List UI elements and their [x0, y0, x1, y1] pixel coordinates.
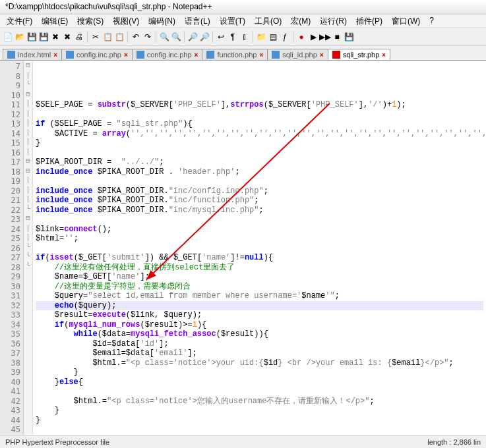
code-line[interactable]: $link=connect();	[36, 225, 483, 235]
fold-margin[interactable]: ⊟|└ ⊟||||||⊟⊟|||└⊟||└└ └	[24, 61, 33, 448]
menu-item[interactable]: 视图(V)	[109, 16, 143, 26]
menu-item[interactable]: 宏(M)	[287, 16, 315, 26]
menu-item[interactable]: 编码(N)	[144, 16, 179, 26]
document-tab[interactable]: sqli_str.php×	[328, 49, 391, 60]
code-line[interactable]: echo($query);	[36, 301, 483, 311]
code-line[interactable]: $SELF_PAGE = substr($_SERVER['PHP_SELF']…	[36, 100, 483, 110]
toolbar-separator	[184, 31, 185, 43]
menu-item[interactable]: 设置(T)	[216, 16, 249, 26]
record-icon[interactable]: ●	[296, 32, 307, 42]
save-all-icon[interactable]: 💾	[38, 32, 49, 42]
tab-close-icon[interactable]: ×	[195, 51, 198, 59]
line-number-gutter: 7891011121314151617181920212223242526272…	[0, 61, 24, 448]
code-line[interactable]: $result=execute($link, $query);	[36, 310, 483, 320]
function-list-icon[interactable]: ƒ	[280, 32, 290, 42]
file-icon	[66, 51, 74, 59]
tab-close-icon[interactable]: ×	[124, 51, 128, 59]
document-tab[interactable]: config.inc.php×	[61, 49, 133, 60]
document-tab[interactable]: index.html×	[3, 49, 62, 60]
stop-icon[interactable]: ■	[332, 32, 342, 42]
indent-guide-icon[interactable]: ⫿	[239, 32, 250, 42]
code-line[interactable]: $email=$data['email'];	[36, 349, 483, 358]
code-line[interactable]: if(mysqli_num_rows($result)>=1){	[36, 320, 483, 330]
code-line[interactable]	[36, 215, 483, 225]
zoom-in-icon[interactable]: 🔎	[187, 32, 198, 42]
document-tab[interactable]: function.php×	[202, 49, 268, 60]
code-line[interactable]	[36, 110, 483, 120]
close-all-icon[interactable]: ✖	[62, 32, 73, 42]
undo-icon[interactable]: ↶	[131, 32, 141, 42]
play-icon[interactable]: ▶	[308, 32, 319, 42]
code-line[interactable]: $query="select id,email from member wher…	[36, 291, 483, 301]
document-tab[interactable]: sqli_id.php×	[267, 49, 328, 60]
code-line[interactable]: include_once $PIKA_ROOT_DIR."inc/mysql.i…	[36, 206, 483, 215]
menu-item[interactable]: 文件(F)	[3, 16, 36, 26]
menu-item[interactable]: 编辑(E)	[38, 16, 72, 26]
redo-icon[interactable]: ↷	[142, 32, 153, 42]
replace-icon[interactable]: 🔍	[171, 32, 181, 42]
menu-item[interactable]: 插件(P)	[352, 16, 386, 26]
code-line[interactable]: $html.="<p class='notice'>your uid:{$id}…	[36, 358, 483, 368]
tab-close-icon[interactable]: ×	[320, 51, 324, 59]
find-icon[interactable]: 🔍	[159, 32, 169, 42]
code-line[interactable]: if ($SELF_PAGE = "sqli_str.php"){	[36, 119, 483, 129]
file-icon	[272, 51, 280, 59]
tab-close-icon[interactable]: ×	[53, 51, 57, 59]
print-icon[interactable]: 🖨	[74, 32, 84, 42]
code-line[interactable]: //这里没有做任何处理，直接拼到select里面去了	[36, 263, 483, 273]
code-line[interactable]: include_once $PIKA_ROOT_DIR."inc/functio…	[36, 196, 483, 206]
cut-icon[interactable]: ✂	[90, 32, 101, 42]
code-line[interactable]	[36, 148, 483, 158]
code-line[interactable]: $id=$data['id'];	[36, 339, 483, 349]
code-line[interactable]: $ACTIVE = array('','','','','','','','',…	[36, 129, 483, 139]
menu-item[interactable]: ?	[425, 16, 438, 26]
show-chars-icon[interactable]: ¶	[228, 32, 238, 42]
tab-close-icon[interactable]: ×	[382, 51, 386, 59]
code-line[interactable]: }	[36, 406, 483, 416]
menu-item[interactable]: 窗口(W)	[388, 16, 424, 26]
code-line[interactable]: if(isset($_GET['submit']) && $_GET['name…	[36, 253, 483, 263]
code-line[interactable]: }	[36, 368, 483, 378]
menu-item[interactable]: 语言(L)	[181, 16, 214, 26]
code-line[interactable]: $html='';	[36, 234, 483, 244]
tab-label: index.html	[18, 51, 51, 59]
code-line[interactable]: }	[36, 138, 483, 148]
save-macro-icon[interactable]: 💾	[344, 32, 354, 42]
code-line[interactable]: //这里的变量是字符型，需要考虑闭合	[36, 282, 483, 292]
new-file-icon[interactable]: 📄	[3, 32, 13, 42]
close-icon[interactable]: ✖	[50, 32, 61, 42]
toolbar-separator	[127, 31, 128, 43]
open-file-icon[interactable]: 📂	[15, 32, 25, 42]
code-line[interactable]	[36, 177, 483, 186]
code-line[interactable]: while($data=mysqli_fetch_assoc($result))…	[36, 329, 483, 339]
tab-close-icon[interactable]: ×	[259, 51, 263, 59]
doc-map-icon[interactable]: ▤	[268, 32, 278, 42]
zoom-out-icon[interactable]: 🔎	[199, 32, 210, 42]
code-line[interactable]: include_once $PIKA_ROOT_DIR . 'header.ph…	[36, 167, 483, 177]
code-line[interactable]: $PIKA_ROOT_DIR = "../../";	[36, 157, 483, 167]
toolbar-separator	[156, 31, 156, 43]
code-line[interactable]	[36, 244, 483, 254]
code-line[interactable]: }	[36, 416, 483, 426]
play-multi-icon[interactable]: ▶▶	[320, 32, 330, 42]
toolbar: 📄 📂 💾 💾 ✖ ✖ 🖨 ✂ 📋 📋 ↶ ↷ 🔍 🔍 🔎 🔎 ↩ ¶ ⫿ 📁 …	[0, 28, 486, 46]
paste-icon[interactable]: 📋	[114, 32, 125, 42]
document-tab[interactable]: config.inc.php×	[132, 49, 203, 60]
menu-item[interactable]: 运行(R)	[316, 16, 351, 26]
copy-icon[interactable]: 📋	[102, 32, 113, 42]
code-line[interactable]	[36, 91, 483, 101]
document-tabs: index.html×config.inc.php×config.inc.php…	[0, 46, 486, 61]
code-line[interactable]: $name=$_GET['name'];	[36, 272, 483, 282]
window-title: *D:\xampp\htdocs\pikachu\vul\sqli\sqli_s…	[5, 2, 212, 11]
folder-icon[interactable]: 📁	[256, 32, 266, 42]
code-line[interactable]	[36, 425, 483, 435]
wordwrap-icon[interactable]: ↩	[216, 32, 226, 42]
menu-item[interactable]: 工具(O)	[251, 16, 286, 26]
code-line[interactable]: $html.="<p class='notice'>您输入的username不存…	[36, 397, 483, 406]
code-content[interactable]: $SELF_PAGE = substr($_SERVER['PHP_SELF']…	[33, 61, 486, 448]
code-line[interactable]	[36, 387, 483, 397]
menu-item[interactable]: 搜索(S)	[73, 16, 107, 26]
save-icon[interactable]: 💾	[26, 32, 37, 42]
code-line[interactable]: include_once $PIKA_ROOT_DIR."inc/config.…	[36, 186, 483, 196]
code-line[interactable]: }else{	[36, 378, 483, 387]
